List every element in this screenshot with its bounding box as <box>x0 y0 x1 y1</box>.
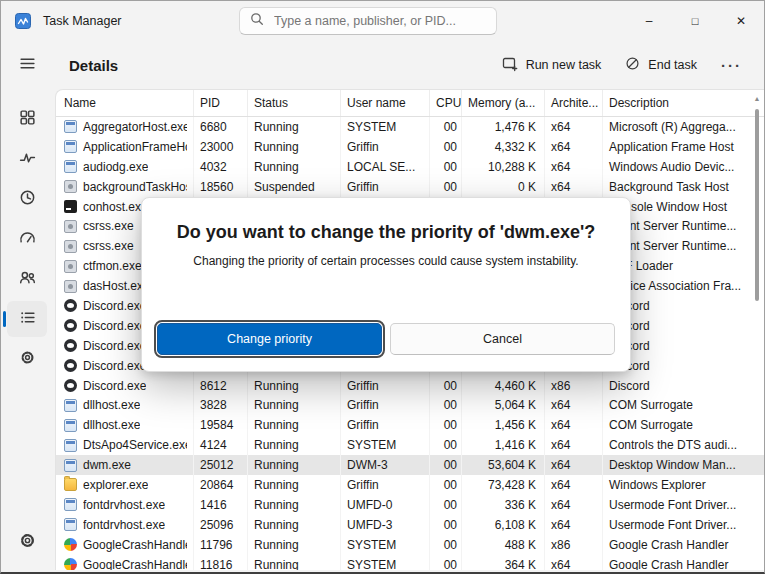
column-header-user-name[interactable]: User name <box>341 90 430 116</box>
app-history-icon <box>19 189 36 210</box>
process-pid: 11796 <box>194 535 248 555</box>
sidebar-item-processes[interactable] <box>7 101 47 137</box>
table-row[interactable]: ApplicationFrameHo... 23000 Running Grif… <box>56 137 764 157</box>
sidebar-item-performance[interactable] <box>7 141 47 177</box>
column-header-archite[interactable]: Archite... <box>545 90 603 116</box>
more-options-button[interactable]: ··· <box>711 53 752 78</box>
process-cpu: 00 <box>430 137 462 157</box>
dialog-message: Changing the priority of certain process… <box>142 254 630 268</box>
sidebar-item-services[interactable] <box>7 341 47 377</box>
process-name: explorer.exe <box>83 478 148 492</box>
process-status: Running <box>248 535 341 555</box>
google-icon <box>64 538 77 551</box>
process-memory: 53,604 K <box>462 455 545 475</box>
process-description: Controls the DTS audi... <box>603 435 764 455</box>
scrollbar-thumb[interactable] <box>755 109 759 301</box>
search-input[interactable] <box>272 13 486 29</box>
vertical-scrollbar[interactable]: ▲ <box>750 91 764 570</box>
sidebar-item-app-history[interactable] <box>7 181 47 217</box>
process-memory: 6,108 K <box>462 515 545 535</box>
process-cpu: 00 <box>430 177 462 197</box>
process-cpu: 00 <box>430 535 462 555</box>
run-new-task-label: Run new task <box>526 58 602 72</box>
table-row[interactable]: audiodg.exe 4032 Running LOCAL SE... 00 … <box>56 157 764 177</box>
sidebar-item-details[interactable] <box>7 301 47 337</box>
process-description: Application Frame Host <box>603 137 764 157</box>
process-name: Discord.exe <box>83 299 146 313</box>
process-status: Suspended <box>248 177 341 197</box>
process-pid: 23000 <box>194 137 248 157</box>
table-row[interactable]: dwm.exe 25012 Running DWM-3 00 53,604 K … <box>56 455 764 475</box>
process-architecture: x64 <box>545 395 603 415</box>
table-row[interactable]: AggregatorHost.exe 6680 Running SYSTEM 0… <box>56 117 764 137</box>
process-status: Running <box>248 137 341 157</box>
sidebar <box>1 41 53 570</box>
table-row[interactable]: GoogleCrashHandler... 11796 Running SYST… <box>56 535 764 555</box>
minimize-button[interactable]: – <box>626 1 672 41</box>
process-user: Griffin <box>341 177 430 197</box>
table-row[interactable]: dllhost.exe 19584 Running Griffin 00 1,4… <box>56 415 764 435</box>
table-row[interactable]: fontdrvhost.exe 1416 Running UMFD-0 00 3… <box>56 495 764 515</box>
process-user: SYSTEM <box>341 535 430 555</box>
sidebar-item-menu[interactable] <box>7 47 47 83</box>
process-description: Usermode Font Driver... <box>603 515 764 535</box>
process-name: Discord.exe <box>83 319 146 333</box>
search-box[interactable] <box>239 7 497 35</box>
process-pid: 18560 <box>194 177 248 197</box>
process-cpu: 00 <box>430 157 462 177</box>
end-task-button[interactable]: End task <box>615 49 707 81</box>
process-description: Usermode Font Driver... <box>603 495 764 515</box>
table-row[interactable]: dllhost.exe 3828 Running Griffin 00 5,06… <box>56 395 764 415</box>
sidebar-item-users[interactable] <box>7 261 47 297</box>
column-header-name[interactable]: Name <box>56 90 194 116</box>
process-architecture: x64 <box>545 177 603 197</box>
process-name: GoogleCrashHandler... <box>83 538 187 552</box>
process-name: ctfmon.exe <box>83 259 142 273</box>
column-header-cpu[interactable]: CPU <box>430 90 462 116</box>
process-name: ApplicationFrameHo... <box>83 140 187 154</box>
process-description: Background Task Host <box>603 177 764 197</box>
app-icon <box>64 120 77 133</box>
process-user: SYSTEM <box>341 117 430 137</box>
process-cpu: 00 <box>430 475 462 495</box>
change-priority-button[interactable]: Change priority <box>157 323 382 355</box>
process-user: LOCAL SE... <box>341 157 430 177</box>
table-row[interactable]: GoogleCrashHandler... 11816 Running SYST… <box>56 555 764 570</box>
process-pid: 6680 <box>194 117 248 137</box>
close-button[interactable]: ✕ <box>718 1 764 41</box>
sidebar-item-settings[interactable] <box>7 524 47 560</box>
process-user: Griffin <box>341 415 430 435</box>
maximize-button[interactable]: □ <box>672 1 718 41</box>
table-row[interactable]: DtsApo4Service.exe 4124 Running SYSTEM 0… <box>56 435 764 455</box>
discord-icon <box>64 339 77 352</box>
column-header-description[interactable]: Description <box>603 90 764 116</box>
process-status: Running <box>248 376 341 396</box>
dialog-title: Do you want to change the priority of 'd… <box>142 222 630 243</box>
task-manager-app-icon <box>15 13 31 29</box>
column-header-pid[interactable]: PID <box>194 90 248 116</box>
sidebar-item-startup-apps[interactable] <box>7 221 47 257</box>
run-new-task-icon <box>502 56 518 75</box>
table-row[interactable]: Discord.exe 8612 Running Griffin 00 4,46… <box>56 376 764 396</box>
change-priority-dialog: Do you want to change the priority of 'd… <box>141 197 631 372</box>
app-icon <box>64 459 77 472</box>
process-pid: 25012 <box>194 455 248 475</box>
table-row[interactable]: backgroundTaskHos... 18560 Suspended Gri… <box>56 177 764 197</box>
process-name: dllhost.exe <box>83 398 140 412</box>
exe-icon <box>64 220 77 233</box>
process-name: dwm.exe <box>83 458 131 472</box>
scroll-up-arrow[interactable]: ▲ <box>750 95 764 102</box>
table-row[interactable]: explorer.exe 20864 Running Griffin 00 73… <box>56 475 764 495</box>
process-name: Discord.exe <box>83 379 146 393</box>
details-icon <box>19 309 36 330</box>
run-new-task-button[interactable]: Run new task <box>492 49 612 82</box>
process-memory: 364 K <box>462 555 545 570</box>
column-header-status[interactable]: Status <box>248 90 341 116</box>
startup-apps-icon <box>19 229 36 250</box>
table-row[interactable]: fontdrvhost.exe 25096 Running UMFD-3 00 … <box>56 515 764 535</box>
process-pid: 25096 <box>194 515 248 535</box>
cancel-button[interactable]: Cancel <box>390 323 615 355</box>
process-user: SYSTEM <box>341 555 430 570</box>
process-architecture: x64 <box>545 495 603 515</box>
column-header-memory-a[interactable]: Memory (a... <box>462 90 545 116</box>
